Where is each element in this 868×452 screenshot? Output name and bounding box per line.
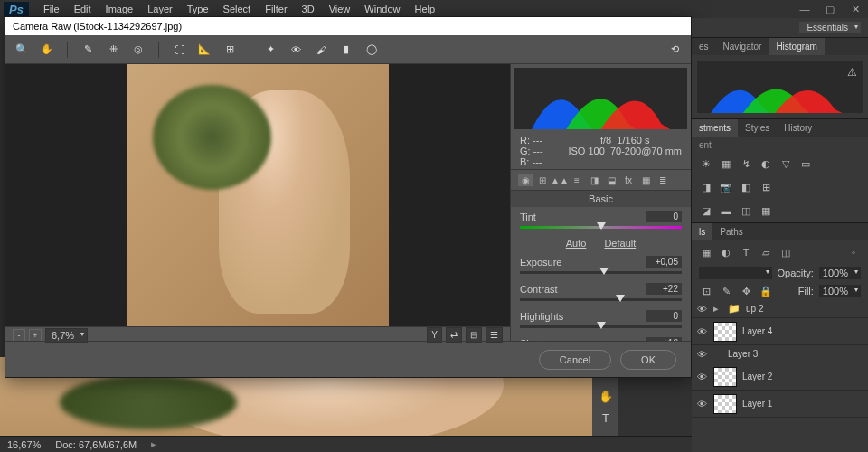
target-adjust-icon[interactable]: ◎	[131, 42, 146, 57]
vibrance-adj-icon[interactable]: ▽	[778, 157, 793, 170]
tab-swatches[interactable]: es	[692, 38, 716, 55]
transform-icon[interactable]: ⊞	[222, 42, 237, 57]
curves-adj-icon[interactable]: ↯	[739, 157, 753, 170]
warning-icon[interactable]: ⚠	[847, 66, 857, 79]
tab-navigator[interactable]: Navigator	[716, 38, 769, 55]
tab-layers[interactable]: ls	[692, 223, 712, 240]
bw-adj-icon[interactable]: ◨	[699, 181, 713, 193]
layer-row[interactable]: 👁Layer 4	[692, 318, 868, 345]
tab-histogram[interactable]: Histogram	[769, 38, 825, 55]
zoom-tool-icon[interactable]: 🔍	[14, 42, 29, 57]
minimize-icon[interactable]: —	[792, 0, 817, 18]
layer-vis-3[interactable]: 👁	[695, 372, 708, 382]
layer-row[interactable]: 👁Layer 3	[692, 345, 868, 363]
layer-vis-2[interactable]: 👁	[695, 349, 708, 360]
layer-row[interactable]: 👁Layer 2	[692, 363, 868, 391]
zoom-in-icon[interactable]: +	[29, 329, 42, 342]
channel-mixer-icon[interactable]: ◧	[739, 181, 753, 193]
layer-name-0[interactable]: up 2	[746, 304, 763, 314]
cr-histogram[interactable]	[514, 68, 687, 129]
grad-filter-icon[interactable]: ▮	[339, 42, 354, 57]
filter-smart-icon[interactable]: ◫	[778, 246, 793, 259]
invert-adj-icon[interactable]: ◪	[699, 204, 713, 217]
split-tab-icon[interactable]: ◨	[587, 174, 601, 186]
rotate-ccw-icon[interactable]: ⟲	[667, 42, 682, 57]
tab-styles[interactable]: Styles	[738, 119, 777, 137]
slider-value-2[interactable]: 0	[646, 310, 682, 322]
slider-0[interactable]	[520, 271, 682, 274]
menu-layer[interactable]: Layer	[140, 2, 180, 16]
slider-value-0[interactable]: +0,05	[646, 256, 682, 268]
layer-name-1[interactable]: Layer 4	[742, 326, 772, 336]
tint-slider[interactable]	[520, 226, 682, 229]
auto-button[interactable]: Auto	[566, 238, 587, 249]
hand-tool-icon[interactable]: ✋	[40, 42, 54, 57]
cancel-button[interactable]: Cancel	[539, 350, 611, 370]
photo-filter-icon[interactable]: 📷	[719, 181, 733, 193]
presets-tab-icon[interactable]: ≣	[656, 174, 670, 186]
white-balance-icon[interactable]: ✎	[80, 42, 95, 57]
threshold-adj-icon[interactable]: ◫	[739, 204, 753, 217]
redeye-icon[interactable]: 👁	[288, 42, 303, 57]
menu-window[interactable]: Window	[357, 2, 407, 16]
lock-pos-icon[interactable]: ✥	[739, 285, 753, 297]
layer-name-2[interactable]: Layer 3	[728, 349, 758, 359]
filter-toggle-icon[interactable]: ◦	[846, 246, 861, 259]
type-tool-icon[interactable]: T	[594, 408, 618, 428]
selective-adj-icon[interactable]: ▦	[759, 204, 773, 217]
menu-edit[interactable]: Edit	[67, 2, 99, 16]
opacity-value[interactable]: 100%	[819, 267, 861, 279]
lock-trans-icon[interactable]: ⊡	[699, 285, 713, 297]
tab-paths[interactable]: Paths	[712, 223, 750, 240]
menu-image[interactable]: Image	[99, 2, 141, 16]
layer-vis-0[interactable]: 👁	[695, 304, 708, 315]
spot-removal-icon[interactable]: ✦	[263, 42, 278, 57]
curve-tab-icon[interactable]: ⊞	[535, 174, 550, 186]
tint-value[interactable]: 0	[646, 211, 682, 222]
tab-adjustments[interactable]: stments	[692, 119, 738, 137]
hue-adj-icon[interactable]: ▭	[798, 157, 813, 170]
ok-button[interactable]: OK	[620, 350, 676, 370]
hand-tool-icon[interactable]: ✋	[594, 386, 618, 406]
hsl-tab-icon[interactable]: ≡	[570, 174, 584, 186]
basic-tab-icon[interactable]: ◉	[518, 174, 533, 186]
slider-value-1[interactable]: +22	[646, 283, 682, 295]
crop-tool-icon[interactable]: ⛶	[172, 42, 186, 57]
lock-pixels-icon[interactable]: ✎	[719, 285, 733, 297]
layer-name-4[interactable]: Layer 1	[742, 399, 772, 409]
default-button[interactable]: Default	[604, 238, 636, 249]
straighten-icon[interactable]: 📐	[197, 42, 212, 57]
layer-name-3[interactable]: Layer 2	[742, 372, 772, 381]
detail-tab-icon[interactable]: ▲▲	[552, 174, 567, 186]
preview-canvas[interactable]	[5, 64, 510, 326]
radial-filter-icon[interactable]: ◯	[364, 42, 379, 57]
layer-vis-4[interactable]: 👁	[695, 399, 708, 410]
layer-vis-1[interactable]: 👁	[695, 326, 708, 337]
filter-type-icon[interactable]: T	[739, 246, 753, 259]
layer-row[interactable]: 👁Layer 1	[692, 391, 868, 418]
filter-pixel-icon[interactable]: ▦	[699, 246, 713, 259]
status-zoom[interactable]: 16,67%	[7, 439, 41, 450]
poster-adj-icon[interactable]: ▬	[719, 204, 733, 217]
brush-icon[interactable]: 🖌	[314, 42, 328, 57]
menu-select[interactable]: Select	[216, 2, 259, 16]
filter-shape-icon[interactable]: ▱	[759, 246, 773, 259]
fx-tab-icon[interactable]: fx	[621, 174, 636, 186]
fill-value[interactable]: 100%	[819, 285, 861, 297]
lens-tab-icon[interactable]: ⬓	[604, 174, 618, 186]
camera-tab-icon[interactable]: ▦	[638, 174, 653, 186]
layer-row[interactable]: 👁▸📁up 2	[692, 300, 868, 318]
slider-1[interactable]	[520, 298, 682, 301]
lookup-adj-icon[interactable]: ⊞	[759, 181, 773, 193]
menu-3d[interactable]: 3D	[295, 2, 322, 16]
zoom-select[interactable]: 6,7%	[45, 328, 88, 343]
color-sampler-icon[interactable]: ⁜	[106, 42, 120, 57]
menu-type[interactable]: Type	[180, 2, 216, 16]
menu-filter[interactable]: Filter	[258, 2, 294, 16]
blend-mode-select[interactable]	[699, 267, 772, 279]
workspace-select[interactable]: Essentials	[799, 22, 861, 33]
exposure-adj-icon[interactable]: ◐	[759, 157, 773, 170]
close-icon[interactable]: ✕	[843, 0, 868, 18]
menu-file[interactable]: File	[36, 2, 67, 16]
slider-2[interactable]	[520, 325, 682, 328]
